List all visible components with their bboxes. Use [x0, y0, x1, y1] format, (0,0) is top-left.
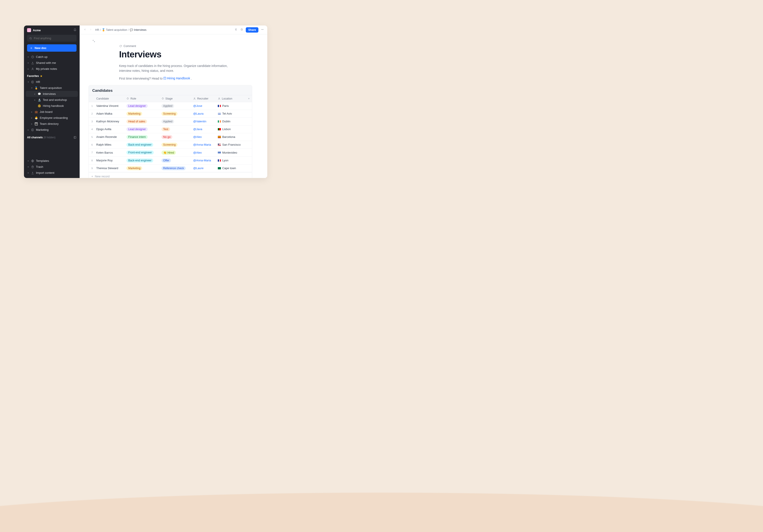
- collapse-icon[interactable]: [73, 136, 76, 139]
- cell-role[interactable]: Lead designer: [124, 125, 159, 133]
- cell-role[interactable]: Head of sales: [124, 118, 159, 125]
- sidebar-item-hiring-handbook[interactable]: ▸ 🤓 Hiring handbook: [26, 103, 78, 109]
- favorite-icon[interactable]: [240, 28, 244, 32]
- sidebar-item-marketing[interactable]: ▸ Marketing: [26, 127, 78, 133]
- col-candidate[interactable]: Candidate: [94, 95, 124, 102]
- recruiter-mention[interactable]: @Anna-Maria: [193, 159, 211, 162]
- table-row[interactable]: 2Adam MalkaMarketingScreening@LauraTel A…: [89, 110, 252, 118]
- recruiter-mention[interactable]: @Java: [193, 128, 202, 131]
- cell-stage[interactable]: Screening: [159, 110, 191, 118]
- recruiter-mention[interactable]: @Alex: [193, 135, 202, 138]
- cell-role[interactable]: Front-end engineer: [124, 148, 159, 156]
- nav-back-button[interactable]: [83, 28, 87, 32]
- table-row[interactable]: 8Marjorie RoyBack-end engineerOffer@Anna…: [89, 156, 252, 164]
- expand-icon[interactable]: [92, 40, 95, 43]
- table-row[interactable]: 6Ralph MilesBack-end engineerScreening@A…: [89, 141, 252, 148]
- search-input[interactable]: [27, 35, 76, 42]
- cell-location[interactable]: Paris: [216, 102, 246, 110]
- sidebar-item-employee-onboarding[interactable]: ▸ 🐣 Employee onboarding: [26, 115, 78, 121]
- sidebar-item-catch-up[interactable]: Catch up: [26, 54, 78, 60]
- cell-stage[interactable]: Reference check: [159, 164, 191, 172]
- cell-recruiter[interactable]: @Anna-Maria: [191, 141, 216, 148]
- cell-recruiter[interactable]: @Valentin: [191, 118, 216, 125]
- sidebar-item-shared-with-me[interactable]: Shared with me: [26, 60, 78, 66]
- table-row[interactable]: 9Theresa StewardMarketingReference check…: [89, 164, 252, 172]
- recruiter-mention[interactable]: @Jose: [193, 104, 202, 108]
- cell-role[interactable]: Marketing: [124, 164, 159, 172]
- cell-role[interactable]: Finance intern: [124, 133, 159, 141]
- cell-candidate[interactable]: Valentina Vincent: [94, 102, 124, 110]
- new-record-button[interactable]: + New record: [89, 172, 252, 178]
- col-role[interactable]: Role: [124, 95, 159, 102]
- breadcrumb-item[interactable]: HR: [95, 28, 99, 32]
- sidebar-item-import-content[interactable]: Import content: [26, 170, 78, 176]
- col-recruiter[interactable]: Recruiter: [191, 95, 216, 102]
- channels-heading[interactable]: All channels (8 hidden): [24, 133, 80, 142]
- sidebar-item-job-board[interactable]: ▸ 💼 Job board: [26, 109, 78, 115]
- col-stage[interactable]: Stage: [159, 95, 191, 102]
- toc-icon[interactable]: [234, 28, 238, 32]
- cell-stage[interactable]: No go: [159, 133, 191, 141]
- cell-location[interactable]: Montevideo: [216, 148, 246, 156]
- recruiter-mention[interactable]: @Laura: [193, 112, 203, 115]
- cell-candidate[interactable]: Kathryn Mckinney: [94, 118, 124, 125]
- table-row[interactable]: 1Valentina VincentLead designerApplied@J…: [89, 102, 252, 110]
- cell-stage[interactable]: Screening: [159, 141, 191, 148]
- cell-candidate[interactable]: Anaim Rezende: [94, 133, 124, 141]
- sidebar-item-my-private-notes[interactable]: ▸My private notes: [26, 66, 78, 72]
- search-field[interactable]: [34, 37, 74, 40]
- table-row[interactable]: 3Kathryn MckinneyHead of salesApplied@Va…: [89, 118, 252, 125]
- cell-role[interactable]: Lead designer: [124, 102, 159, 110]
- cell-candidate[interactable]: Djogo Avilla: [94, 125, 124, 133]
- cell-candidate[interactable]: Ralph Miles: [94, 141, 124, 148]
- sidebar-item-hr[interactable]: ▾ HR: [26, 79, 78, 85]
- comment-button[interactable]: Comment: [119, 44, 255, 48]
- cell-role[interactable]: Back-end engineer: [124, 141, 159, 148]
- notifications-icon[interactable]: [73, 28, 76, 32]
- add-column-button[interactable]: +: [246, 95, 252, 102]
- workspace-switcher[interactable]: Acme: [27, 28, 41, 32]
- cell-stage[interactable]: Test: [159, 125, 191, 133]
- recruiter-mention[interactable]: @Alex: [193, 151, 202, 154]
- cell-location[interactable]: Tel Aviv: [216, 110, 246, 118]
- table-row[interactable]: 7Kelen BarrosFront-end engineer👏 Hired@A…: [89, 148, 252, 156]
- sidebar-item-interviews[interactable]: ▸ 💬 Interviews: [26, 91, 78, 97]
- recruiter-mention[interactable]: @Valentin: [193, 120, 206, 123]
- sidebar-item-trash[interactable]: Trash: [26, 164, 78, 170]
- recruiter-mention[interactable]: @Anna-Maria: [193, 143, 211, 146]
- cell-recruiter[interactable]: @Laura: [191, 110, 216, 118]
- cell-location[interactable]: Cape town: [216, 164, 246, 172]
- cell-stage[interactable]: Applied: [159, 102, 191, 110]
- more-icon[interactable]: [261, 28, 264, 32]
- cell-recruiter[interactable]: @Java: [191, 125, 216, 133]
- cell-stage[interactable]: 👏 Hired: [159, 148, 191, 156]
- cell-role[interactable]: Back-end engineer: [124, 156, 159, 164]
- cell-location[interactable]: Lyon: [216, 156, 246, 164]
- cell-stage[interactable]: Applied: [159, 118, 191, 125]
- nav-forward-button[interactable]: [88, 28, 93, 32]
- table-row[interactable]: 4Djogo AvillaLead designerTest@JavaLisbo…: [89, 125, 252, 133]
- cell-recruiter[interactable]: @Laure: [191, 164, 216, 172]
- cell-recruiter[interactable]: @Jose: [191, 102, 216, 110]
- cell-recruiter[interactable]: @Anna-Maria: [191, 156, 216, 164]
- sidebar-item-talent-acquisition[interactable]: ▾ 🏅 Talent acquisition: [26, 85, 78, 91]
- sidebar-item-templates[interactable]: Templates: [26, 158, 78, 164]
- new-doc-button[interactable]: New doc: [27, 44, 76, 52]
- cell-candidate[interactable]: Kelen Barros: [94, 148, 124, 156]
- col-location[interactable]: Location: [216, 95, 246, 102]
- share-button[interactable]: Share: [246, 27, 259, 33]
- cell-candidate[interactable]: Theresa Steward: [94, 164, 124, 172]
- cell-location[interactable]: San Francisco: [216, 141, 246, 148]
- recruiter-mention[interactable]: @Laure: [193, 166, 203, 170]
- cell-recruiter[interactable]: @Alex: [191, 148, 216, 156]
- breadcrumb-item-current[interactable]: 💬Interviews: [130, 28, 147, 32]
- cell-location[interactable]: Lisbon: [216, 125, 246, 133]
- breadcrumb-item[interactable]: 🏅Talent acquisition: [102, 28, 127, 32]
- sidebar-item-team-directory[interactable]: ▸ 👪 Team directory: [26, 121, 78, 127]
- sidebar-item-test-workshop[interactable]: ▸ 🔬 Test and workshop: [26, 97, 78, 103]
- cell-recruiter[interactable]: @Alex: [191, 133, 216, 141]
- table-row[interactable]: 5Anaim RezendeFinance internNo go@AlexBa…: [89, 133, 252, 141]
- cell-stage[interactable]: Offer: [159, 156, 191, 164]
- cell-location[interactable]: Barcelona: [216, 133, 246, 141]
- cell-location[interactable]: Dublin: [216, 118, 246, 125]
